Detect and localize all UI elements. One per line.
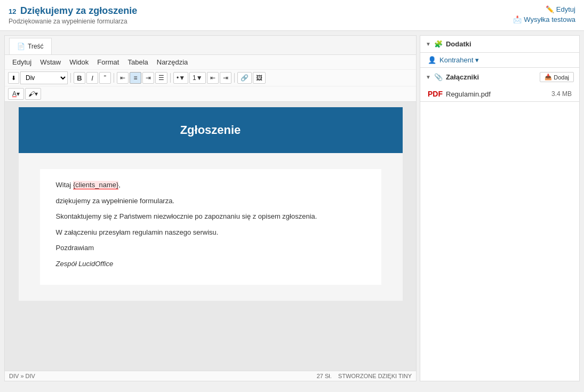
sep3 (170, 73, 171, 83)
color-arrow: ▾ (17, 90, 20, 98)
editor-toolbar: Edytuj Wstaw Widok Format Tabela Narzędz… (5, 55, 416, 102)
email-header-text: Zgłoszenie (180, 123, 241, 137)
editor-body[interactable]: Zgłoszenie Witaj {clients_name}, dziękuj… (5, 102, 416, 371)
email-line-1: Witaj {clients_name}, (56, 180, 365, 190)
right-sidebar: ▼ 🧩 Dodatki 👤 Kontrahent ▾ ▼ 📎 Załąc (420, 35, 580, 381)
zalaczniki-section: ▼ 📎 Załączniki 📥 Dodaj PDF Regulamin.pdf… (420, 68, 579, 102)
content-area: 📄 Treść Edytuj Wstaw Widok Format Tabela… (0, 31, 584, 386)
outdent-button[interactable]: ⇤ (207, 72, 219, 84)
ul-icon: •▼ (177, 74, 185, 82)
kontrahent-row: 👤 Kontrahent ▾ (420, 53, 579, 67)
align-center-button[interactable]: ≡ (130, 72, 141, 84)
indent-icon: ⇥ (223, 74, 228, 82)
dodaj-button[interactable]: 📥 Dodaj (540, 72, 574, 82)
ordered-list-button[interactable]: 1▼ (189, 72, 206, 84)
addon-icon: 🧩 (434, 40, 443, 48)
sep1 (70, 73, 71, 83)
created-by: STWORZONE DZIĘKI TINY (338, 373, 412, 379)
font-color-icon: A (12, 90, 17, 98)
indent-button[interactable]: ⇥ (220, 72, 231, 84)
attachment-row: PDF Regulamin.pdf 3.4 MB (420, 86, 579, 101)
top-header: 12 Dziękujemy za zgłoszenie Podziękowani… (0, 0, 584, 31)
pdf-icon: PDF (428, 90, 443, 98)
toolbar-row1: ⬇ Div Paragraph Heading 1 B I " ⇤ ≡ (5, 70, 416, 86)
outdent-icon: ⇤ (210, 74, 215, 82)
align-left-button[interactable]: ⇤ (117, 72, 129, 84)
file-size: 3.4 MB (551, 90, 572, 98)
toolbar-menu: Edytuj Wstaw Widok Format Tabela Narzędz… (5, 55, 416, 70)
email-body-content: Witaj {clients_name}, dziękujemy za wype… (19, 153, 403, 301)
toolbar-row2: A ▾ 🖌 ▾ (5, 86, 416, 101)
page-title: Dziękujemy za zgłoszenie (20, 5, 137, 16)
font-color-button[interactable]: A ▾ (8, 88, 24, 100)
page-subtitle: Podziękowanie za wypełnienie formularza (9, 18, 137, 25)
email-body-inner: Witaj {clients_name}, dziękujemy za wype… (40, 169, 381, 285)
email-line-5: Pozdrawiam (56, 243, 365, 253)
email-line-4: W załączeniu przesyłam regulamin naszego… (56, 227, 365, 238)
email-preview: Zgłoszenie Witaj {clients_name}, dziękuj… (19, 107, 403, 301)
template-var: {clients_name} (73, 181, 118, 189)
editor-statusbar: DIV » DIV 27 Sł. STWORZONE DZIĘKI TINY (5, 371, 416, 381)
person-icon: 👤 (428, 56, 436, 64)
align-justify-icon: ☰ (158, 74, 164, 82)
unordered-list-button[interactable]: •▼ (173, 72, 188, 84)
header-right: ✏️ Edytuj 📩 Wysyłka testowa (513, 5, 575, 23)
page-number: 12 (9, 7, 16, 15)
attachment-row-left: PDF Regulamin.pdf (428, 90, 491, 98)
align-center-icon: ≡ (133, 74, 137, 82)
download-button[interactable]: ⬇ (8, 72, 19, 84)
main-panel: 📄 Treść Edytuj Wstaw Widok Format Tabela… (4, 35, 417, 381)
header-left: 12 Dziękujemy za zgłoszenie Podziękowani… (9, 5, 137, 25)
word-count: 27 Sł. (317, 373, 332, 379)
italic-button[interactable]: I (86, 72, 98, 84)
edit-link[interactable]: ✏️ Edytuj (546, 5, 575, 13)
kontrahent-label: Kontrahent (439, 56, 474, 64)
dodatki-header[interactable]: ▼ 🧩 Dodatki (420, 36, 579, 52)
menu-format[interactable]: Format (93, 56, 123, 68)
bg-arrow: ▾ (35, 90, 38, 98)
zalaczniki-collapse-icon: ▼ (426, 74, 431, 80)
add-icon: 📥 (545, 74, 552, 81)
align-right-button[interactable]: ⇥ (142, 72, 154, 84)
dodatki-collapse-icon: ▼ (426, 41, 431, 47)
attachment-name: Regulamin.pdf (446, 90, 491, 98)
zalaczniki-header: ▼ 📎 Załączniki 📥 Dodaj (420, 68, 579, 86)
send-icon: 📩 (513, 15, 522, 23)
email-line-3: Skontaktujemy się z Państwem niezwłoczni… (56, 211, 365, 222)
sep2 (114, 73, 114, 83)
menu-narzedzia[interactable]: Narzędzia (153, 56, 193, 68)
email-line-6: Zespół LucidOffice (56, 259, 365, 269)
align-justify-button[interactable]: ☰ (155, 72, 167, 84)
align-left-icon: ⇤ (120, 74, 125, 82)
dodatki-label: Dodatki (446, 40, 471, 48)
document-icon: 📄 (17, 43, 25, 50)
menu-widok[interactable]: Widok (65, 56, 93, 68)
menu-edytuj[interactable]: Edytuj (8, 56, 36, 68)
dodatki-section: ▼ 🧩 Dodatki (420, 36, 579, 53)
quote-button[interactable]: " (99, 72, 111, 84)
word-count-area: 27 Sł. STWORZONE DZIĘKI TINY (317, 373, 412, 379)
email-header: Zgłoszenie (19, 107, 403, 153)
bg-color-button[interactable]: 🖌 ▾ (25, 88, 41, 100)
align-right-icon: ⇥ (146, 74, 151, 82)
download-icon: ⬇ (11, 75, 16, 82)
tab-tresc[interactable]: 📄 Treść (9, 38, 52, 54)
image-button[interactable]: 🖼 (253, 72, 266, 84)
kontrahent-dropdown[interactable]: Kontrahent ▾ (439, 56, 479, 64)
ol-icon: 1▼ (193, 74, 203, 82)
zalaczniki-label: Załączniki (446, 73, 479, 81)
paperclip-icon: 📎 (434, 73, 443, 81)
email-line-2: dziękujemy za wypełnienie formularza. (56, 196, 365, 206)
tabs-bar: 📄 Treść (5, 36, 416, 55)
link-button[interactable]: 🔗 (237, 72, 252, 84)
test-send-link[interactable]: 📩 Wysyłka testowa (513, 15, 575, 23)
kontrahent-arrow: ▾ (475, 56, 479, 64)
menu-tabela[interactable]: Tabela (123, 56, 152, 68)
menu-wstaw[interactable]: Wstaw (36, 56, 65, 68)
breadcrumb: DIV » DIV (9, 373, 35, 379)
link-icon: 🔗 (241, 74, 249, 82)
bg-color-icon: 🖌 (28, 90, 35, 98)
image-icon: 🖼 (256, 74, 262, 82)
style-select[interactable]: Div Paragraph Heading 1 (20, 71, 68, 84)
bold-button[interactable]: B (74, 72, 85, 84)
